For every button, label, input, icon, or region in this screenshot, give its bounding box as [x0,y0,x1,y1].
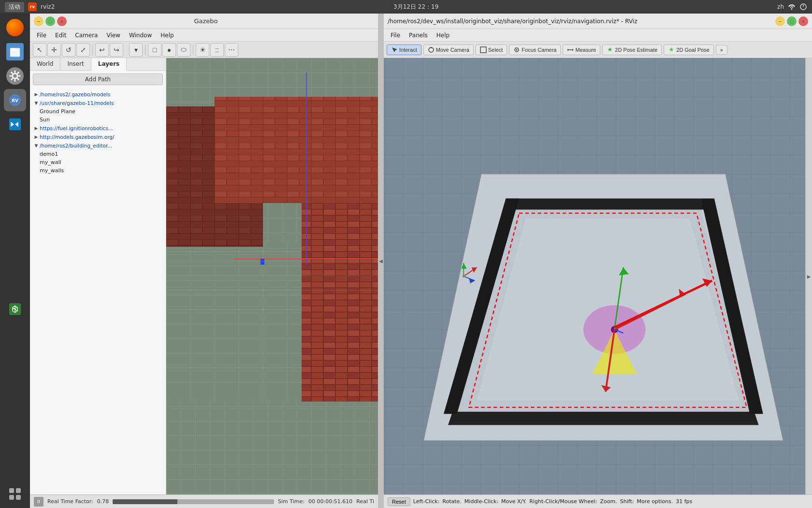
gazebo-statusbar: ⏸ Real Time Factor: 0.78 Sim Time: 00 00… [30,494,378,508]
light-button[interactable]: ☀ [196,43,209,57]
apps-icon [8,302,22,316]
tool-measure[interactable]: Measure [563,45,600,55]
tool-2d-pose[interactable]: 2D Pose Estimate [602,45,662,55]
left-click-value: Rotate. [442,498,462,505]
add-path-button[interactable]: Add Path [33,74,163,85]
undo-button[interactable]: ↩ [95,43,109,57]
rotate-tool-button[interactable]: ↺ [62,43,75,57]
svg-rect-18 [16,488,21,493]
gazebo-body: World Insert Layers Add Path ▶ /home/ros… [30,58,378,494]
pause-button[interactable]: ⏸ [34,497,44,507]
tree-item-9[interactable]: my_walls [30,166,166,175]
focus-icon [513,46,520,53]
network-icon [788,3,796,11]
menu-edit[interactable]: Edit [51,31,70,40]
sidebar-item-vscode[interactable] [4,113,26,135]
maximize-button[interactable]: □ [45,16,55,26]
rviz-menubar: File Panels Help [384,29,812,42]
left-click-label: Left-Click: [413,498,440,505]
sidebar-item-rviz[interactable]: RV [4,89,26,111]
vscode-icon [8,118,22,131]
real-time-factor-label: Real Time Factor: [47,498,93,505]
cylinder-button[interactable]: ⬭ [177,43,190,57]
grid-button[interactable]: :: [210,43,224,57]
menu-view[interactable]: View [102,31,124,40]
tree-item-4[interactable]: ▶ https://fuel.ignitionrobotics... [30,124,166,133]
tree-label-2: Ground Plane [40,108,75,115]
gazebo-window: − □ × Gazebo File Edit Camera View Windo… [30,14,378,508]
tree-label-4: https://fuel.ignitionrobotics... [40,125,113,131]
reset-button[interactable]: Reset [388,497,410,506]
rviz-menu-panels[interactable]: Panels [405,31,432,40]
svg-rect-19 [9,495,14,500]
tool-2d-goal[interactable]: 2D Goal Pose [664,45,713,55]
svg-point-4 [13,74,17,78]
rviz-maximize-button[interactable]: □ [787,16,797,26]
tool-more[interactable]: » [716,45,727,55]
tab-insert[interactable]: Insert [60,58,91,70]
gazebo-viewport[interactable] [166,58,378,494]
tool-focus-camera[interactable]: Focus Camera [509,45,561,55]
system-bar-center: 3月12日 22：19 [393,3,438,11]
sidebar-item-firefox[interactable] [4,16,26,39]
more-button[interactable]: ⋯ [225,43,238,57]
rviz-titlebar: /home/ros2/dev_ws/install/originbot_viz/… [384,14,812,29]
tree-item-5[interactable]: ▶ http://models.gazebosim.org/ [30,133,166,141]
menu-help[interactable]: Help [157,31,177,40]
sphere-button[interactable]: ● [162,43,176,57]
rviz-toolbar: Interact Move Camera Select Focus Camera… [384,42,812,58]
gazebo-titlebar: − □ × Gazebo [30,14,378,29]
rviz-body[interactable] [384,58,805,494]
system-bar-right: zh [777,3,807,11]
move-tool-button[interactable]: ✛ [47,43,61,57]
menu-file[interactable]: File [33,31,50,40]
tree-item-1[interactable]: ▼ /usr/share/gazebo-11/models [30,99,166,107]
tree-item-0[interactable]: ▶ /home/ros2/.gazebo/models [30,90,166,99]
sidebar-item-settings[interactable] [4,65,26,87]
close-button[interactable]: × [57,16,67,26]
tool-move-camera[interactable]: Move Camera [423,45,474,55]
select-tool-button[interactable]: ↖ [33,43,46,57]
svg-rect-20 [16,495,21,500]
tree-item-3[interactable]: Sun [30,116,166,124]
svg-point-99 [462,275,465,278]
tree-arrow-6: ▼ [33,142,40,149]
tree-arrow-1: ▼ [33,100,40,106]
rviz-menu-file[interactable]: File [387,31,404,40]
box-button[interactable]: □ [148,43,161,57]
sidebar-item-files[interactable] [4,41,26,63]
tree-label-5: http://models.gazebosim.org/ [40,134,115,140]
toolbar-separator-3 [193,45,193,55]
gazebo-toolbar: ↖ ✛ ↺ ⤢ ↩ ↪ ▾ □ ● ⬭ ☀ :: ⋯ [30,42,378,58]
panel-tabs: World Insert Layers [30,58,166,71]
rviz-menu-help[interactable]: Help [433,31,453,40]
tab-layers[interactable]: Layers [91,58,127,71]
system-bar-left: 活动 rv rviz2 [5,2,55,12]
progress-bar-fill [113,499,177,504]
menu-window[interactable]: Window [125,31,156,40]
rviz-minimize-button[interactable]: − [775,16,785,26]
rviz-side-handle[interactable]: ▶ [805,58,812,494]
redo-dropdown-button[interactable]: ▾ [129,43,143,57]
menu-camera[interactable]: Camera [71,31,102,40]
sidebar-item-grid[interactable] [4,483,26,505]
redo-button[interactable]: ↪ [110,43,123,57]
sidebar-item-apps[interactable] [4,298,26,320]
activities-button[interactable]: 活动 [5,2,24,12]
tool-select[interactable]: Select [476,45,508,55]
tree-item-8[interactable]: my_wall [30,158,166,166]
svg-rect-60 [261,259,264,265]
pose-estimate-icon [607,46,613,53]
svg-marker-75 [506,198,705,209]
system-bar: 活动 rv rviz2 3月12日 22：19 zh [0,0,812,14]
tool-interact[interactable]: Interact [387,45,421,55]
rviz-close-button[interactable]: × [798,16,808,26]
minimize-button[interactable]: − [34,16,44,26]
tree-item-7[interactable]: demo1 [30,150,166,158]
collapse-handle-left[interactable]: ◀ [378,14,384,508]
tree-item-2[interactable]: Ground Plane [30,107,166,116]
tree-item-6[interactable]: ▼ /home/ros2/building_editor... [30,141,166,150]
scale-tool-button[interactable]: ⤢ [76,43,90,57]
tab-world[interactable]: World [30,58,60,70]
sidebar-icons: RV [0,14,30,508]
